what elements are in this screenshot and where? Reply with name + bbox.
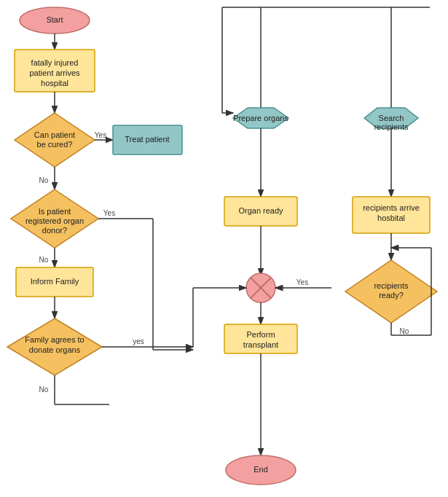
perform-transplant-node — [224, 324, 297, 353]
prepare-organs-label: Prepare organs — [233, 114, 288, 122]
recipients-arrive-label2: hosbital — [377, 214, 405, 222]
family-agrees-label2: donate organs — [29, 345, 81, 354]
registered-donor-label: Is patient — [39, 207, 71, 216]
no-label-donor: No — [39, 256, 49, 264]
recipients-arrive-label: recipients arrive — [363, 203, 420, 212]
start-label: Start — [46, 15, 63, 24]
no-label-ready: No — [400, 327, 409, 335]
no-label-family: No — [39, 386, 49, 394]
end-label: End — [254, 465, 268, 474]
registered-donor-label3: donor? — [42, 226, 67, 235]
yes-label-donor: Yes — [103, 209, 115, 217]
can-be-cured-label2: be cured? — [37, 140, 73, 149]
can-be-cured-label: Can patient — [34, 130, 75, 139]
family-agrees-label: Family agrees to — [25, 335, 84, 344]
organ-ready-label: Organ ready — [238, 206, 283, 215]
no-label-cured: No — [39, 176, 49, 184]
inform-family-label: Inform Family — [31, 277, 79, 286]
patient-arrives-label3: hospital — [41, 79, 68, 87]
registered-donor-label2: registered organ — [25, 216, 84, 225]
patient-arrives-label2: patient arrives — [29, 69, 80, 77]
search-recipients-label: Search — [379, 114, 404, 122]
yes-label-family: yes — [133, 337, 144, 345]
perform-transplant-label: Perform — [246, 330, 275, 339]
perform-transplant-label2: transplant — [243, 340, 278, 349]
treat-patient-label: Treat patient — [125, 135, 169, 144]
recipients-ready-label: recipients — [374, 281, 409, 290]
yes-label-recipients: Yes — [296, 278, 308, 286]
recipients-ready-label2: ready? — [379, 291, 404, 300]
flowchart-diagram: Start fatally injured patient arrives ho… — [0, 0, 448, 497]
yes-label-cured: Yes — [95, 131, 106, 139]
patient-arrives-label: fatally injured — [31, 58, 79, 67]
